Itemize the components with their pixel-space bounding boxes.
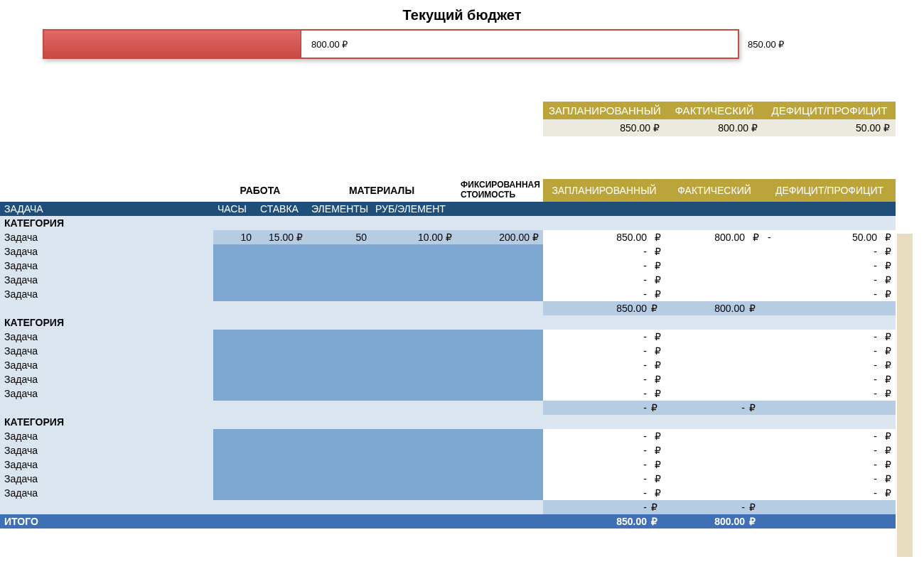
task-label: Задача <box>0 372 213 386</box>
cell-diff: -₽ <box>763 472 896 486</box>
cell-hours[interactable] <box>213 457 256 472</box>
cell-actual <box>665 486 763 500</box>
cell-per[interactable] <box>371 344 456 358</box>
cell-planned: -₽ <box>543 244 665 259</box>
cell-rate[interactable] <box>256 429 307 443</box>
cell-hours[interactable] <box>213 259 256 273</box>
cell-items[interactable] <box>307 244 371 259</box>
total-actual: 800.00₽ <box>665 514 763 529</box>
cell-items[interactable] <box>307 259 371 273</box>
cell-hours[interactable]: 10 <box>213 230 256 244</box>
cell-per[interactable] <box>371 358 456 372</box>
cell-hours[interactable] <box>213 472 256 486</box>
cell-per[interactable] <box>371 457 456 472</box>
cell-fixed[interactable] <box>456 330 543 344</box>
cell-hours[interactable] <box>213 273 256 287</box>
subtotal-row: -₽-₽ <box>0 401 896 415</box>
cell-diff: -₽ <box>763 386 896 401</box>
cell-per[interactable] <box>371 330 456 344</box>
cell-hours[interactable] <box>213 344 256 358</box>
category-row: КАТЕГОРИЯ <box>0 415 896 429</box>
cell-rate[interactable] <box>256 259 307 273</box>
cell-fixed[interactable] <box>456 344 543 358</box>
cell-items[interactable] <box>307 287 371 301</box>
cell-rate[interactable] <box>256 344 307 358</box>
cell-rate[interactable]: 15.00 ₽ <box>256 230 307 244</box>
cell-hours[interactable] <box>213 386 256 401</box>
cell-fixed[interactable] <box>456 472 543 486</box>
cell-planned: -₽ <box>543 330 665 344</box>
cell-rate[interactable] <box>256 244 307 259</box>
summary-header-actual: ФАКТИЧЕСКИЙ <box>665 102 763 119</box>
cell-hours[interactable] <box>213 358 256 372</box>
cell-per[interactable]: 10.00 ₽ <box>371 230 456 244</box>
cell-items[interactable] <box>307 429 371 443</box>
cell-actual: 800.00₽ <box>665 230 763 244</box>
cell-rate[interactable] <box>256 472 307 486</box>
cell-fixed[interactable] <box>456 429 543 443</box>
cell-items[interactable] <box>307 330 371 344</box>
cell-fixed[interactable] <box>456 443 543 457</box>
cell-planned: -₽ <box>543 486 665 500</box>
cell-per[interactable] <box>371 486 456 500</box>
cell-rate[interactable] <box>256 486 307 500</box>
cell-items[interactable] <box>307 472 371 486</box>
cell-per[interactable] <box>371 429 456 443</box>
cell-items[interactable] <box>307 273 371 287</box>
cell-per[interactable] <box>371 287 456 301</box>
cell-items[interactable] <box>307 457 371 472</box>
cell-hours[interactable] <box>213 330 256 344</box>
cell-fixed[interactable] <box>456 244 543 259</box>
cell-per[interactable] <box>371 472 456 486</box>
cell-rate[interactable] <box>256 273 307 287</box>
cell-fixed[interactable] <box>456 386 543 401</box>
cell-per[interactable] <box>371 443 456 457</box>
cell-fixed[interactable] <box>456 259 543 273</box>
task-label: Задача <box>0 358 213 372</box>
cell-hours[interactable] <box>213 287 256 301</box>
cell-fixed[interactable] <box>456 457 543 472</box>
cell-hours[interactable] <box>213 443 256 457</box>
cell-planned: -₽ <box>543 386 665 401</box>
cell-fixed[interactable]: 200.00 ₽ <box>456 230 543 244</box>
cell-fixed[interactable] <box>456 273 543 287</box>
cell-rate[interactable] <box>256 443 307 457</box>
summary-header-planned: ЗАПЛАНИРОВАННЫЙ <box>543 102 665 119</box>
cell-rate[interactable] <box>256 457 307 472</box>
cell-fixed[interactable] <box>456 486 543 500</box>
cell-rate[interactable] <box>256 287 307 301</box>
cell-per[interactable] <box>371 244 456 259</box>
cell-items[interactable] <box>307 372 371 386</box>
cell-rate[interactable] <box>256 330 307 344</box>
cell-rate[interactable] <box>256 372 307 386</box>
cell-rate[interactable] <box>256 386 307 401</box>
cell-per[interactable] <box>371 273 456 287</box>
grp-materials: МАТЕРИАЛЫ <box>307 179 456 202</box>
cell-planned: -₽ <box>543 344 665 358</box>
cell-per[interactable] <box>371 259 456 273</box>
cell-items[interactable] <box>307 344 371 358</box>
cell-hours[interactable] <box>213 244 256 259</box>
cell-fixed[interactable] <box>456 372 543 386</box>
cell-rate[interactable] <box>256 358 307 372</box>
task-label: Задача <box>0 429 213 443</box>
cell-per[interactable] <box>371 372 456 386</box>
cell-items[interactable] <box>307 386 371 401</box>
progress-actual-label: 800.00 ₽ <box>311 39 348 50</box>
cell-actual <box>665 273 763 287</box>
cell-hours[interactable] <box>213 429 256 443</box>
cell-fixed[interactable] <box>456 358 543 372</box>
budget-grid: РАБОТА МАТЕРИАЛЫ ФИКСИРОВАННАЯ СТОИМОСТЬ… <box>0 179 896 529</box>
cell-items[interactable] <box>307 358 371 372</box>
cell-items[interactable] <box>307 443 371 457</box>
cell-items[interactable] <box>307 486 371 500</box>
cell-hours[interactable] <box>213 486 256 500</box>
task-label: Задача <box>0 472 213 486</box>
task-row: Задача-₽-₽ <box>0 287 896 301</box>
task-label: Задача <box>0 259 213 273</box>
cell-hours[interactable] <box>213 372 256 386</box>
cell-diff: -₽ <box>763 443 896 457</box>
cell-items[interactable]: 50 <box>307 230 371 244</box>
cell-fixed[interactable] <box>456 287 543 301</box>
cell-per[interactable] <box>371 386 456 401</box>
